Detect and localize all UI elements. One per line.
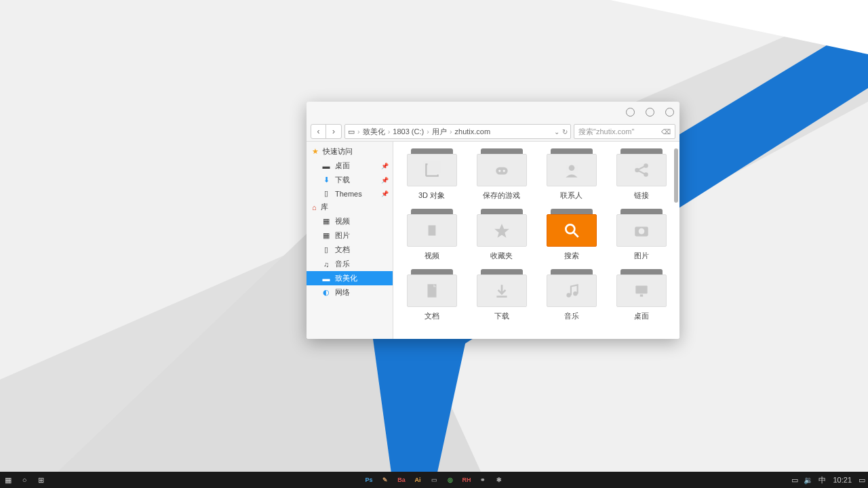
taskbar-app-brush[interactable]: ✎ <box>377 472 393 488</box>
folder-label: 视频 <box>425 251 439 261</box>
video-icon: ▦ <box>321 217 331 226</box>
taskbar-app-mon[interactable]: ▭ <box>426 472 442 488</box>
folder-downloads[interactable]: 下载 <box>469 269 534 321</box>
taskbar-app-gear[interactable]: ✱ <box>491 472 507 488</box>
folder-label: 保存的游戏 <box>483 190 520 201</box>
folder-games[interactable]: 保存的游戏 <box>469 148 534 201</box>
taskbar: ▦ ○ ⊞ Ps✎BaAi▭◎RH⚭✱ ▭ 🔉 中 10:21 ▭ <box>0 472 868 488</box>
taskbar-app-ai[interactable]: Ai <box>410 472 426 488</box>
breadcrumb-part[interactable]: 致美化 <box>363 127 385 137</box>
sidebar-quick-access[interactable]: ★快速访问 <box>307 144 393 159</box>
taskbar-app-chrome[interactable]: ◎ <box>442 472 458 488</box>
sidebar-item-desktop[interactable]: ▬桌面📌 <box>307 159 393 173</box>
breadcrumb-part[interactable]: 1803 (C:) <box>393 127 424 136</box>
svg-point-8 <box>502 169 505 171</box>
download-icon: ⬇ <box>321 176 331 184</box>
sidebar-item-music[interactable]: ♫音乐 <box>307 257 393 271</box>
folder-label: 下载 <box>494 311 509 321</box>
taskbar-app-link[interactable]: ⚭ <box>475 472 491 488</box>
taskbar-app-ps[interactable]: Ps <box>361 472 377 488</box>
sidebar-library[interactable]: ⌂库 <box>307 200 393 214</box>
folder-content[interactable]: 3D 对象 保存的游戏 联系人 链接 视频 <box>393 142 679 339</box>
svg-rect-15 <box>428 225 435 235</box>
taskbar-app-ba[interactable]: Ba <box>393 472 410 488</box>
globe-icon: ◐ <box>321 288 331 297</box>
folder-3d[interactable]: 3D 对象 <box>399 148 465 201</box>
folder-label: 图片 <box>634 251 649 261</box>
pin-icon: 📌 <box>381 177 389 184</box>
history-dropdown-icon[interactable]: ⌄ <box>554 128 559 136</box>
svg-rect-26 <box>635 285 647 293</box>
folder-documents[interactable]: 文档 <box>399 269 465 321</box>
sidebar-item-zhimeihia[interactable]: ▬致美化 <box>307 271 393 285</box>
refresh-icon[interactable]: ↻ <box>562 128 568 136</box>
svg-rect-6 <box>496 167 507 175</box>
scrollbar[interactable] <box>674 148 678 332</box>
sidebar-item-pictures[interactable]: ▦图片 <box>307 228 393 243</box>
folder-links[interactable]: 链接 <box>608 148 674 201</box>
taskbar-app-rh[interactable]: RH <box>458 472 475 488</box>
svg-point-20 <box>638 228 644 235</box>
home-icon: ⌂ <box>312 203 317 211</box>
toolbar: ‹ › ▭ › 致美化 › 1803 (C:) › 用户 › zhutix.co… <box>307 122 679 141</box>
search-input[interactable]: 搜索"zhutix.com" ⌫ <box>574 124 675 139</box>
breadcrumb-part[interactable]: 用户 <box>432 127 447 137</box>
svg-point-7 <box>498 169 500 171</box>
minimize-button[interactable] <box>626 108 635 117</box>
folder-search[interactable]: 搜索 <box>538 209 604 261</box>
back-button[interactable]: ‹ <box>311 125 326 138</box>
folder-favorites[interactable]: 收藏夹 <box>469 209 534 261</box>
breadcrumb-part[interactable]: zhutix.com <box>455 127 491 136</box>
folder-label: 3D 对象 <box>418 190 445 201</box>
forward-button[interactable]: › <box>326 125 341 138</box>
sidebar: ★快速访问 ▬桌面📌 ⬇下载📌 ▯Themes📌 ⌂库 ▦视频 ▦图片 ▯文档 … <box>307 142 393 339</box>
sidebar-item-downloads[interactable]: ⬇下载📌 <box>307 173 393 187</box>
close-button[interactable] <box>665 108 674 117</box>
svg-point-9 <box>568 165 574 171</box>
svg-rect-27 <box>639 294 642 296</box>
music-icon: ♫ <box>321 260 331 268</box>
folder-label: 收藏夹 <box>490 251 513 261</box>
folder-label: 联系人 <box>560 190 583 201</box>
clear-search-icon[interactable]: ⌫ <box>661 128 671 136</box>
picture-icon: ▦ <box>321 231 331 240</box>
svg-line-13 <box>638 167 644 169</box>
tray-volume-icon[interactable]: 🔉 <box>804 476 813 485</box>
doc-icon: ▯ <box>321 245 331 254</box>
star-icon: ★ <box>312 147 319 156</box>
pin-icon: 📌 <box>381 163 389 169</box>
sidebar-item-videos[interactable]: ▦视频 <box>307 214 393 228</box>
sidebar-item-themes[interactable]: ▯Themes📌 <box>307 187 393 200</box>
folder-label: 文档 <box>425 311 439 321</box>
start-button[interactable]: ▦ <box>0 472 16 488</box>
folder-label: 音乐 <box>564 311 579 321</box>
svg-line-14 <box>638 171 644 174</box>
folder-videos[interactable]: 视频 <box>399 209 465 261</box>
folder-icon: ▯ <box>321 189 331 198</box>
clock[interactable]: 10:21 <box>833 476 852 484</box>
folder-label: 链接 <box>634 190 649 201</box>
sidebar-item-documents[interactable]: ▯文档 <box>307 243 393 257</box>
taskview-button[interactable]: ⊞ <box>33 472 49 488</box>
maximize-button[interactable] <box>646 108 654 117</box>
drive-icon: ▭ <box>348 127 355 136</box>
pin-icon: 📌 <box>381 190 389 197</box>
notifications-icon[interactable]: ▭ <box>859 476 865 485</box>
titlebar <box>307 102 679 122</box>
folder-pictures[interactable]: 图片 <box>608 209 674 261</box>
tray-ime[interactable]: 中 <box>818 475 826 485</box>
folder-label: 桌面 <box>634 311 649 321</box>
folder-music[interactable]: 音乐 <box>538 269 604 321</box>
svg-point-17 <box>566 224 574 233</box>
disk-icon: ▬ <box>321 274 331 283</box>
svg-marker-16 <box>494 224 509 238</box>
tray-monitor-icon[interactable]: ▭ <box>791 476 798 485</box>
search-button[interactable]: ○ <box>16 472 33 488</box>
address-bar[interactable]: ▭ › 致美化 › 1803 (C:) › 用户 › zhutix.com ⌄↻ <box>344 124 571 139</box>
file-explorer-window: ‹ › ▭ › 致美化 › 1803 (C:) › 用户 › zhutix.co… <box>307 102 679 339</box>
folder-desktop[interactable]: 桌面 <box>608 269 674 321</box>
folder-contacts[interactable]: 联系人 <box>538 148 604 201</box>
sidebar-item-network[interactable]: ◐网络 <box>307 285 393 300</box>
svg-line-18 <box>574 232 578 237</box>
folder-label: 搜索 <box>564 251 579 261</box>
